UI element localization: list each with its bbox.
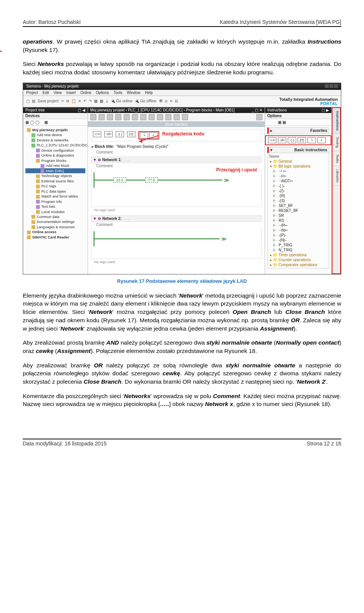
instruction-item[interactable]: ⊩ RS — [269, 218, 327, 223]
tree-item[interactable]: Local modules — [25, 209, 85, 214]
window-buttons[interactable] — [324, 84, 338, 89]
toolbar-btn[interactable]: ⊟ — [175, 99, 178, 103]
tree-item[interactable]: Moj pierwszy projekt — [25, 127, 85, 132]
toolbar-btn[interactable]: ✂ — [61, 99, 64, 103]
tree-item[interactable]: Add new device — [25, 132, 85, 137]
instruction-item[interactable]: ⊩ -(S) — [269, 198, 327, 203]
lad-symbol-palette[interactable]: ⊣ ⊢⊣/⊢-( )[?] └ ┘ Rozgałęzienia kodu — [91, 129, 262, 141]
sidetab-testing[interactable]: Testing — [333, 134, 340, 151]
basic-instructions-section[interactable]: ▾ Basic instructions — [267, 147, 329, 153]
menu-online[interactable]: Online — [80, 91, 91, 95]
toolbar-btn[interactable]: ↷ — [89, 99, 92, 103]
block-interface[interactable]: Block interface — [88, 122, 265, 127]
group-timer[interactable]: ▸ 📁 Timer operations — [269, 252, 327, 257]
project-tree-title: Project tree — [25, 108, 45, 112]
toolbar-btn[interactable]: ▤ — [32, 99, 35, 103]
toolbar-btn[interactable]: Save project — [38, 99, 59, 103]
tree-item[interactable]: PLC tags — [25, 183, 85, 188]
tree-item[interactable]: External source files — [25, 179, 85, 183]
toolbar-btn[interactable]: ▦ — [100, 99, 103, 103]
tree-item[interactable]: SIMATIC Card Reader — [25, 235, 85, 240]
instruction-item[interactable]: ⊩ P_TRIG — [269, 243, 327, 248]
tree-item[interactable]: Program info — [25, 199, 85, 204]
project-tree[interactable]: Moj pierwszy projektAdd new deviceDevice… — [23, 126, 88, 241]
group-general[interactable]: ▸ 📁 General — [269, 159, 327, 164]
tia-menubar[interactable]: ProjectEditViewInsertOnlineOptionsToolsW… — [23, 90, 341, 96]
toolbar-btn[interactable]: ▦ — [94, 99, 97, 103]
instruction-item[interactable]: ⊩ ⊣NOT⊢ — [269, 179, 327, 183]
block-title-value[interactable]: "Main Program Sweep (Cycle)" — [116, 144, 168, 149]
editor-toolbar[interactable] — [88, 113, 265, 122]
tree-item[interactable]: Watch and force tables — [25, 194, 85, 199]
instruction-item[interactable]: ⊩ SET_BF — [269, 203, 327, 208]
menu-help[interactable]: Help — [145, 91, 153, 95]
tia-toolbar[interactable]: ▢▤Save project✂⧉📋✕↶↷▦▦⤓🔌 Go online🔌 Go o… — [23, 96, 341, 107]
instruction-item[interactable]: ⊩ RESET_BF — [269, 208, 327, 213]
sidetab-instructions[interactable]: Instructions — [333, 108, 340, 134]
tree-item[interactable]: Program blocks — [25, 158, 85, 163]
header-author: Autor: Bartosz Puchalski — [23, 19, 81, 25]
instruction-item[interactable]: ⊩ ⊣/⊢ — [269, 174, 327, 179]
instruction-item[interactable]: ⊩ ⊣P⊢ — [269, 223, 327, 228]
group-bitlogic[interactable]: ▾ 📁 Bit logic operations — [269, 164, 327, 169]
menu-edit[interactable]: Edit — [42, 91, 49, 95]
sidetab-libraries[interactable]: Libraries — [333, 166, 340, 186]
toolbar-btn[interactable]: ⤓ — [105, 99, 108, 103]
tree-item[interactable]: PLC data types — [25, 189, 85, 194]
toolbar-btn[interactable]: 🔌 Go offline — [135, 99, 156, 103]
toolbar-btn[interactable]: ⧉ — [66, 99, 69, 103]
tree-item[interactable]: PLC_1 [CPU 1214C DC/DC/DC] — [25, 143, 85, 147]
txt: Networks — [38, 61, 64, 67]
toolbar-btn[interactable]: ⧈ — [165, 99, 167, 103]
tree-item[interactable]: Common data — [25, 214, 85, 219]
instruction-item[interactable]: ⊩ -(R) — [269, 193, 327, 198]
tree-item[interactable]: Add new block — [25, 163, 85, 168]
menu-tools[interactable]: Tools — [113, 91, 122, 95]
menu-project[interactable]: Project — [26, 91, 38, 95]
header-dept: Katedra Inżynierii Systemów Sterowania [… — [220, 19, 341, 25]
tree-item[interactable]: Text lists — [25, 204, 85, 209]
instruction-item[interactable]: ⊩ SR — [269, 213, 327, 218]
block-comment[interactable]: Comment — [91, 150, 262, 154]
instruction-item[interactable]: ⊩ ⊣N⊢ — [269, 228, 327, 233]
instruction-item[interactable]: ⊩ N_TRIG — [269, 248, 327, 252]
tree-item[interactable]: Technology objects — [25, 173, 85, 178]
tree-item[interactable]: Main [OB1] — [25, 168, 85, 173]
net2-comment[interactable]: Comment — [91, 222, 262, 227]
menu-window[interactable]: Window — [127, 91, 141, 95]
annotation-branch: Rozgałęzienia kodu — [162, 131, 204, 140]
instruction-item[interactable]: ⊩ -(/)- — [269, 188, 327, 193]
lad-val-2[interactable]: -77.5- — [145, 177, 158, 183]
toolbar-btn[interactable]: ✕ — [169, 99, 173, 103]
menu-insert[interactable]: Insert — [66, 91, 76, 95]
favorites-toolbar[interactable]: ⊣ ⊢⊣/⊢-( )[?]└┘ — [265, 135, 331, 145]
tree-item[interactable]: Devices & networks — [25, 138, 85, 143]
instruction-item[interactable]: ⊩ ⊣ ⊢ — [269, 169, 327, 174]
toolbar-btn[interactable]: ↶ — [83, 99, 86, 103]
sidetab-tasks[interactable]: Tasks — [333, 151, 340, 166]
lad-val-1[interactable]: -22.2- — [113, 177, 126, 183]
tree-item[interactable]: Online access — [25, 229, 85, 234]
menu-options[interactable]: Options — [96, 91, 109, 95]
group-counter[interactable]: ▸ 📁 Counter operations — [269, 257, 327, 262]
toolbar-btn[interactable]: 🛠 — [159, 99, 163, 103]
txt: . W prawej części okna aplikacji TIA zna… — [53, 38, 308, 45]
tree-item[interactable]: Online & diagnostics — [25, 153, 85, 158]
txt: pozwalają w łatwy sposób na organizacje … — [23, 61, 341, 75]
instruction-item[interactable]: ⊩ -(P)- — [269, 233, 327, 238]
toolbar-btn[interactable]: ✕ — [78, 99, 81, 103]
instruction-item[interactable]: ⊩ -(N)- — [269, 238, 327, 243]
group-compar[interactable]: ▸ 📁 Comparator operations — [269, 262, 327, 267]
tree-item[interactable]: Device configuration — [25, 148, 85, 153]
favorites-section[interactable]: ▸ Favorites — [267, 127, 329, 134]
toolbar-btn[interactable]: ▢ — [26, 99, 30, 103]
tree-item[interactable]: Languages & resources — [25, 224, 85, 229]
menu-view[interactable]: View — [53, 91, 62, 95]
txt: operations — [23, 38, 53, 45]
tree-item[interactable]: Documentation settings — [25, 219, 85, 224]
para-3: Elementy języka drabinkowego można umieś… — [23, 292, 341, 332]
toolbar-btn[interactable]: 📋 — [71, 99, 76, 103]
instruction-item[interactable]: ⊩ -( )- — [269, 183, 327, 188]
right-side-tabs[interactable]: InstructionsTestingTasksLibraries — [332, 107, 341, 274]
toolbar-btn[interactable]: 🔌 Go online — [111, 99, 133, 103]
